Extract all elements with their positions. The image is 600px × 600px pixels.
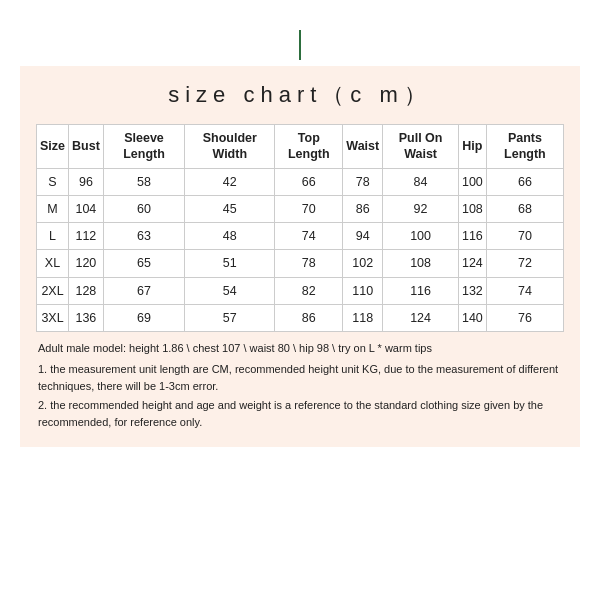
col-header-pullon: Pull On Waist xyxy=(383,125,459,169)
table-cell: 116 xyxy=(383,277,459,304)
table-cell: 68 xyxy=(486,195,563,222)
table-cell: 57 xyxy=(185,304,275,331)
col-header-size: Size xyxy=(37,125,69,169)
table-cell: 54 xyxy=(185,277,275,304)
table-cell: 108 xyxy=(458,195,486,222)
table-cell: 100 xyxy=(458,168,486,195)
table-cell: 67 xyxy=(103,277,184,304)
table-cell: 86 xyxy=(343,195,383,222)
table-cell: 42 xyxy=(185,168,275,195)
table-cell: 120 xyxy=(69,250,104,277)
table-cell: 66 xyxy=(275,168,343,195)
main-container: size chart（c m） Size Bust Sleeve Length … xyxy=(20,66,580,447)
table-cell: 51 xyxy=(185,250,275,277)
table-cell: 69 xyxy=(103,304,184,331)
table-cell: 124 xyxy=(458,250,486,277)
table-cell: 78 xyxy=(275,250,343,277)
table-cell: 124 xyxy=(383,304,459,331)
table-cell: 78 xyxy=(343,168,383,195)
model-info: Adult male model: height 1.86 \ chest 10… xyxy=(38,340,562,357)
col-header-shoulder: Shoulder Width xyxy=(185,125,275,169)
table-cell: 70 xyxy=(486,223,563,250)
table-cell: 66 xyxy=(486,168,563,195)
table-cell: 2XL xyxy=(37,277,69,304)
table-cell: 74 xyxy=(275,223,343,250)
col-header-hip: Hip xyxy=(458,125,486,169)
table-cell: M xyxy=(37,195,69,222)
table-row: S96584266788410066 xyxy=(37,168,564,195)
col-header-top: Top Length xyxy=(275,125,343,169)
table-row: 2XL12867548211011613274 xyxy=(37,277,564,304)
table-cell: XL xyxy=(37,250,69,277)
table-cell: 102 xyxy=(343,250,383,277)
table-cell: 45 xyxy=(185,195,275,222)
table-cell: 118 xyxy=(343,304,383,331)
col-header-sleeve: Sleeve Length xyxy=(103,125,184,169)
col-header-pants: Pants Length xyxy=(486,125,563,169)
table-row: M104604570869210868 xyxy=(37,195,564,222)
col-header-waist: Waist xyxy=(343,125,383,169)
table-cell: 110 xyxy=(343,277,383,304)
table-cell: 112 xyxy=(69,223,104,250)
table-cell: 86 xyxy=(275,304,343,331)
table-cell: 48 xyxy=(185,223,275,250)
table-row: 3XL13669578611812414076 xyxy=(37,304,564,331)
table-cell: 96 xyxy=(69,168,104,195)
table-cell: 104 xyxy=(69,195,104,222)
chart-title: size chart（c m） xyxy=(36,80,564,110)
table-cell: 84 xyxy=(383,168,459,195)
table-cell: 94 xyxy=(343,223,383,250)
table-cell: S xyxy=(37,168,69,195)
table-cell: 72 xyxy=(486,250,563,277)
table-cell: 116 xyxy=(458,223,486,250)
tip2: 2. the recommended height and age and we… xyxy=(38,397,562,431)
size-table: Size Bust Sleeve Length Shoulder Width T… xyxy=(36,124,564,332)
top-decoration xyxy=(299,30,301,60)
table-cell: 136 xyxy=(69,304,104,331)
table-cell: 3XL xyxy=(37,304,69,331)
table-cell: 128 xyxy=(69,277,104,304)
table-row: XL12065517810210812472 xyxy=(37,250,564,277)
table-cell: 74 xyxy=(486,277,563,304)
table-cell: L xyxy=(37,223,69,250)
table-cell: 132 xyxy=(458,277,486,304)
table-cell: 140 xyxy=(458,304,486,331)
table-cell: 58 xyxy=(103,168,184,195)
tip1: 1. the measurement unit length are CM, r… xyxy=(38,361,562,395)
table-cell: 70 xyxy=(275,195,343,222)
col-header-bust: Bust xyxy=(69,125,104,169)
table-row: L1126348749410011670 xyxy=(37,223,564,250)
table-cell: 76 xyxy=(486,304,563,331)
table-cell: 82 xyxy=(275,277,343,304)
table-cell: 108 xyxy=(383,250,459,277)
table-cell: 60 xyxy=(103,195,184,222)
table-cell: 63 xyxy=(103,223,184,250)
notes-section: Adult male model: height 1.86 \ chest 10… xyxy=(36,340,564,431)
table-cell: 92 xyxy=(383,195,459,222)
table-cell: 65 xyxy=(103,250,184,277)
table-cell: 100 xyxy=(383,223,459,250)
